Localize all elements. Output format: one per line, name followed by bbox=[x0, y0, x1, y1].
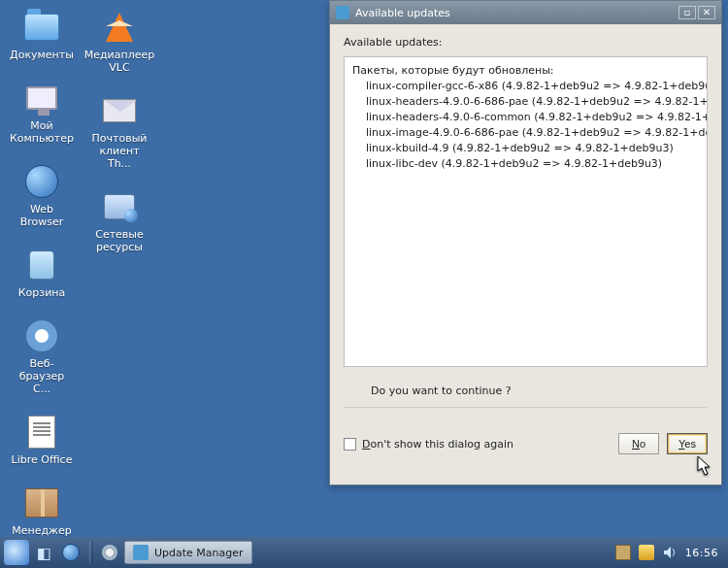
no-button[interactable]: No bbox=[618, 433, 659, 454]
icon-label: Мой Компьютер bbox=[10, 119, 74, 145]
app-icon bbox=[133, 545, 149, 560]
task-update-manager[interactable]: Update Manager bbox=[124, 541, 252, 564]
close-button[interactable]: ✕ bbox=[698, 6, 715, 19]
globe-icon bbox=[25, 165, 58, 198]
icon-label: Сетевые ресурсы bbox=[87, 228, 151, 253]
icon-label: Веб-браузер C... bbox=[10, 357, 74, 395]
globe-icon bbox=[62, 544, 80, 561]
disc-icon bbox=[102, 545, 117, 560]
icon-label: Документы bbox=[10, 49, 74, 61]
quicklaunch-disc[interactable] bbox=[97, 540, 122, 565]
package-row: linux-image-4.9.0-6-686-pae (4.9.82-1+de… bbox=[352, 125, 699, 141]
desktop-icon-vlc[interactable]: Медиаплеер VLC bbox=[87, 8, 151, 74]
system-tray: 16:56 bbox=[615, 545, 724, 560]
package-row: linux-headers-4.9.0-6-686-pae (4.9.82-1+… bbox=[352, 94, 699, 110]
start-icon bbox=[4, 540, 29, 565]
dialog-title: Available updates bbox=[355, 7, 450, 19]
package-icon bbox=[25, 488, 58, 518]
clock[interactable]: 16:56 bbox=[685, 547, 718, 559]
quicklaunch-browser[interactable] bbox=[58, 540, 83, 565]
start-button[interactable] bbox=[4, 540, 29, 565]
trash-icon bbox=[29, 251, 54, 280]
desktop-icon-thunderbird[interactable]: Почтовый клиент Th... bbox=[87, 91, 151, 170]
icon-label: Корзина bbox=[18, 286, 65, 299]
package-row: linux-kbuild-4.9 (4.9.82-1+deb9u2 => 4.9… bbox=[352, 141, 699, 156]
desktop-icon-trash[interactable]: Корзина bbox=[10, 246, 74, 299]
dont-show-again-label: Don't show this dialog again bbox=[362, 438, 513, 451]
taskbar-separator bbox=[89, 542, 93, 563]
available-updates-dialog: Available updates ▫ ✕ Available updates:… bbox=[329, 0, 722, 485]
icon-label: Web Browser bbox=[10, 203, 74, 228]
updates-listbox[interactable]: Пакеты, которые будут обновлены: linux-c… bbox=[344, 56, 708, 367]
folder-icon bbox=[24, 14, 59, 41]
vlc-icon bbox=[106, 13, 133, 42]
maximize-button[interactable]: ▫ bbox=[678, 6, 696, 19]
desktop-quick-icon: ◧ bbox=[36, 544, 50, 562]
section-label: Available updates: bbox=[344, 36, 708, 49]
continue-prompt: Do you want to continue ? bbox=[371, 384, 708, 397]
task-label: Update Manager bbox=[154, 547, 244, 559]
mail-icon bbox=[103, 99, 136, 122]
icon-label: Libre Office bbox=[12, 453, 73, 466]
computer-icon bbox=[26, 86, 57, 110]
tray-volume-icon[interactable] bbox=[662, 545, 678, 560]
yes-button[interactable]: Yes bbox=[667, 433, 708, 454]
tray-clipboard-icon[interactable] bbox=[615, 545, 631, 560]
package-row: linux-compiler-gcc-6-x86 (4.9.82-1+deb9u… bbox=[352, 79, 699, 94]
dont-show-again-checkbox[interactable] bbox=[344, 438, 356, 451]
desktop-icon-chromium[interactable]: Веб-браузер C... bbox=[10, 317, 74, 395]
icon-label: Почтовый клиент Th... bbox=[87, 132, 151, 170]
dialog-titlebar[interactable]: Available updates ▫ ✕ bbox=[330, 1, 721, 24]
desktop-icon-web-browser[interactable]: Web Browser bbox=[10, 162, 74, 228]
desktop-icon-libreoffice[interactable]: Libre Office bbox=[10, 413, 74, 466]
network-icon bbox=[104, 194, 135, 219]
package-row: linux-libc-dev (4.9.82-1+deb9u2 => 4.9.8… bbox=[352, 156, 699, 172]
desktop-icon-network[interactable]: Сетевые ресурсы bbox=[87, 187, 151, 253]
package-row: linux-headers-4.9.0-6-common (4.9.82-1+d… bbox=[352, 110, 699, 125]
document-icon bbox=[28, 416, 55, 449]
packages-header: Пакеты, которые будут обновлены: bbox=[352, 63, 699, 79]
desktop-icon-documents[interactable]: Документы bbox=[10, 8, 74, 61]
chromium-icon bbox=[25, 319, 58, 352]
desktop-icon-my-computer[interactable]: Мой Компьютер bbox=[10, 79, 74, 145]
app-icon bbox=[336, 6, 349, 19]
tray-updates-icon[interactable] bbox=[639, 545, 654, 560]
quicklaunch-desktop[interactable]: ◧ bbox=[31, 540, 56, 565]
separator bbox=[344, 407, 708, 408]
taskbar: ◧ Update Manager 16:56 bbox=[0, 537, 728, 568]
icon-label: Медиаплеер VLC bbox=[84, 49, 155, 74]
